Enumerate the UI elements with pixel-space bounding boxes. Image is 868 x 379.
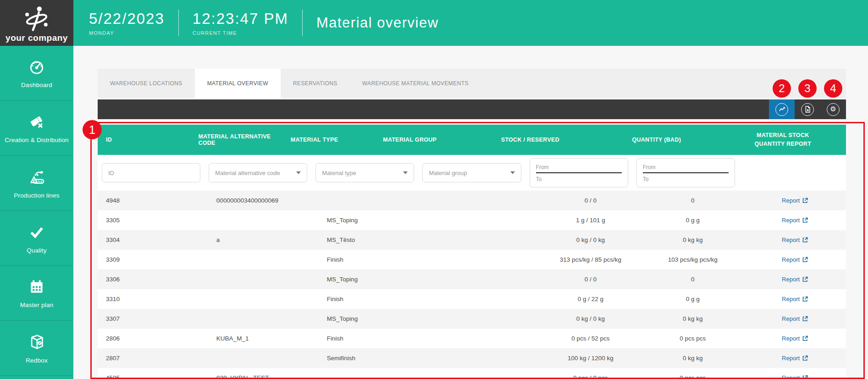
cell-alt-code: 000000003400000069	[208, 197, 319, 204]
line-chart-button[interactable]	[769, 99, 795, 119]
conveyor-icon	[28, 168, 46, 188]
stock-to-input[interactable]	[536, 173, 622, 185]
company-logo: your company	[0, 0, 73, 46]
table-row-3306[interactable]: 3306MS_Toping0 / 00Report	[98, 269, 846, 289]
sidebar-item-label: Quality	[27, 247, 46, 254]
report-link-label: Report	[782, 236, 800, 243]
table-row-2806[interactable]: 2806KUBA_M_1Finish0 pcs / 52 pcs0 pcs pc…	[98, 329, 846, 348]
cell-stock-reserved: 0 / 0	[539, 276, 641, 283]
sidebar-item-label: Production lines	[14, 192, 59, 199]
column-header-material-type[interactable]: MATERIAL TYPE	[282, 125, 375, 155]
quantity-to-input[interactable]	[643, 173, 729, 185]
settings-gear-button[interactable]: ⚙	[820, 99, 846, 119]
header-divider	[178, 10, 179, 36]
report-link[interactable]: Report	[782, 335, 808, 342]
column-header-stock-reserved[interactable]: STOCK / RESERVED	[467, 125, 593, 155]
sidebar-item-label: Creation & Distribution	[5, 137, 69, 143]
table-body: 49480000000034000000690 / 00Report3305MS…	[98, 191, 846, 379]
table-row-3305[interactable]: 3305MS_Toping1 g / 101 g0 g gReport	[98, 210, 846, 230]
table-row-3309[interactable]: 3309Finish313 pcs/kg / 85 pcs/kg103 pcs/…	[98, 250, 846, 269]
report-link[interactable]: Report	[782, 276, 808, 283]
export-file-button[interactable]	[795, 99, 820, 119]
report-link[interactable]: Report	[782, 197, 808, 204]
cell-quantity-bad: 0 kg kg	[641, 315, 744, 322]
cell-stock-reserved: 0 / 0	[539, 197, 641, 204]
report-link[interactable]: Report	[782, 296, 808, 302]
stock-reserved-filter-cell	[525, 158, 632, 187]
sidebar-item-quality[interactable]: Quality	[0, 211, 73, 266]
table-row-3310[interactable]: 3310Finish0 g / 22 g0 g gReport	[98, 289, 846, 309]
header-divider	[302, 10, 303, 36]
tab-reservations[interactable]: RESERVATIONS	[281, 69, 350, 98]
report-link[interactable]: Report	[782, 315, 808, 322]
external-link-icon	[802, 375, 808, 379]
sidebar-item-production-lines[interactable]: Production lines	[0, 156, 73, 211]
line-chart-icon	[775, 103, 788, 116]
table-row-4948[interactable]: 49480000000034000000690 / 00Report	[98, 191, 846, 210]
table-row-2807[interactable]: 2807Semifinish100 kg / 1200 kg0 kg kgRep…	[98, 348, 846, 368]
cell-report: Report	[744, 276, 846, 283]
sidebar-item-dashboard[interactable]: Dashboard	[0, 46, 73, 101]
gauge-icon	[28, 58, 45, 77]
report-link[interactable]: Report	[782, 355, 808, 362]
app-window: your company DashboardCreation & Distrib…	[0, 0, 868, 379]
tab-material-overview[interactable]: MATERIAL OVERVIEW	[195, 69, 281, 98]
table-header-row: IDMATERIAL ALTERNATIVE CODEMATERIAL TYPE…	[98, 125, 846, 155]
sidebar-nav: DashboardCreation & DistributionProducti…	[0, 46, 73, 379]
report-link[interactable]: Report	[782, 217, 808, 224]
report-link-label: Report	[782, 276, 800, 283]
cell-id: 3307	[98, 315, 208, 322]
column-header-material-alternative-code[interactable]: MATERIAL ALTERNATIVE CODE	[190, 125, 282, 155]
cell-report: Report	[744, 335, 846, 342]
cell-quantity-bad: 0 kg kg	[641, 355, 744, 362]
column-header-material-stock-quantity-report[interactable]: MATERIAL STOCK QUANTITY REPORT	[720, 125, 846, 155]
report-link[interactable]: Report	[782, 374, 808, 379]
column-header-material-group[interactable]: MATERIAL GROUP	[375, 125, 467, 155]
table-row-3307[interactable]: 3307MS_Toping0 kg / 0 kg0 kg kgReport	[98, 309, 846, 329]
id-filter-input[interactable]	[102, 163, 200, 182]
stock-from-input[interactable]	[536, 162, 622, 173]
chevron-down-icon	[296, 171, 301, 174]
material-group-filter-select[interactable]: Material group	[422, 163, 521, 182]
material-group-filter-cell: Material group	[418, 163, 525, 182]
top-header: 5/22/2023 MONDAY 12:23:47 PM CURRENT TIM…	[73, 0, 868, 46]
ticket-x-icon	[28, 113, 45, 132]
table-toolbar: 234⚙	[98, 99, 846, 119]
table-row-3304[interactable]: 3304aMS_Těsto0 kg / 0 kg0 kg kgReport	[98, 230, 846, 250]
settings-gear-icon: ⚙	[827, 103, 840, 116]
cell-id: 3310	[98, 296, 208, 302]
cell-type: MS_Toping	[319, 217, 429, 224]
sidebar-item-master-plan[interactable]: Master plan	[0, 266, 73, 321]
cell-id: 3305	[98, 217, 208, 224]
cell-stock-reserved: 1 g / 101 g	[539, 217, 641, 224]
cell-report: Report	[744, 296, 846, 302]
cell-report: Report	[744, 256, 846, 263]
report-link-label: Report	[782, 217, 800, 224]
cell-id: 3306	[98, 276, 208, 283]
cell-quantity-bad: 0 pcs pcs	[641, 335, 744, 342]
tab-warehouse-material-movements[interactable]: WAREHOUSE MATERIAL MOVEMENTS	[350, 69, 481, 98]
material-type-filter-select[interactable]: Material type	[315, 163, 414, 182]
report-link[interactable]: Report	[782, 256, 808, 263]
tab-warehouse-locations[interactable]: WAREHOUSE LOCATIONS	[98, 69, 195, 98]
external-link-icon	[802, 198, 808, 203]
material-alternative-code-filter-select[interactable]: Material alternative code	[209, 163, 307, 182]
report-link[interactable]: Report	[782, 236, 808, 243]
table-row-4505[interactable]: 4505039_VYPAL_TEST0 pcs / 0 pcs0 pcs pcs…	[98, 368, 846, 379]
cell-quantity-bad: 103 pcs/kg pcs/kg	[641, 256, 744, 263]
export-file-button-wrap: 3	[795, 99, 820, 119]
column-header-id[interactable]: ID	[98, 125, 190, 155]
sidebar-item-redbox[interactable]: Redbox	[0, 321, 73, 376]
report-link-label: Report	[782, 197, 800, 204]
export-file-icon	[801, 103, 814, 116]
cell-quantity-bad: 0 g g	[641, 217, 744, 224]
current-date: 5/22/2023	[89, 10, 165, 27]
quantity-bad-filter-cell	[632, 158, 739, 187]
sidebar-item-creation-distribution[interactable]: Creation & Distribution	[0, 101, 73, 156]
quantity-from-input[interactable]	[643, 162, 729, 173]
current-day-label: MONDAY	[89, 30, 165, 36]
column-header-quantity-bad[interactable]: QUANTITY (BAD)	[593, 125, 719, 155]
sidebar-item-label: Master plan	[20, 302, 54, 308]
cell-type: Finish	[319, 296, 429, 302]
date-block: 5/22/2023 MONDAY	[89, 10, 165, 36]
